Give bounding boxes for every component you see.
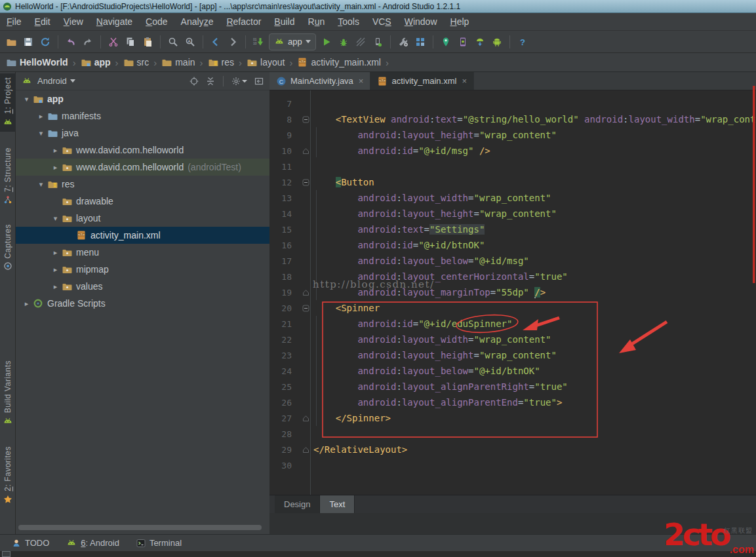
back-icon[interactable]	[207, 33, 224, 50]
locate-file-icon[interactable]	[189, 77, 199, 86]
tree-item-www-david-com-helloworld[interactable]: ▸www.david.com.helloworld	[16, 142, 269, 159]
tree-item-app[interactable]: ▾app	[16, 90, 269, 107]
fold-start-icon[interactable]	[298, 116, 313, 123]
menu-tools[interactable]: Tools	[331, 16, 366, 27]
redo-icon[interactable]	[79, 33, 96, 50]
breadcrumb-helloworld[interactable]: HelloWorld	[4, 57, 70, 67]
tree-item-values[interactable]: ▸values	[16, 278, 269, 295]
tree-item-res[interactable]: ▾res	[16, 176, 269, 193]
code-line[interactable]: 7	[269, 96, 756, 111]
tree-item-mipmap[interactable]: ▸mipmap	[16, 261, 269, 278]
code-editor[interactable]: 78 <TextView android:text="@string/hello…	[269, 90, 756, 495]
device-pin-icon[interactable]	[437, 33, 454, 50]
find-icon[interactable]	[165, 33, 182, 50]
code-line[interactable]: 21 android:id="@+id/eduSpinner"	[269, 316, 756, 332]
fold-start-icon[interactable]	[298, 179, 313, 186]
avd-manager-icon[interactable]	[488, 33, 506, 50]
code-line[interactable]: 16 android:id="@+id/btnOK"	[269, 237, 756, 253]
tree-right-arrow-icon[interactable]: ▸	[50, 282, 61, 291]
undo-icon[interactable]	[62, 33, 79, 50]
breadcrumb-src[interactable]: src	[121, 57, 151, 67]
editor-tab-mainactivity-java[interactable]: CMainActivity.java×	[269, 72, 370, 90]
code-line[interactable]: 15 android:text="Settings"	[269, 221, 756, 237]
tree-right-arrow-icon[interactable]: ▸	[50, 248, 61, 257]
fold-end-icon[interactable]	[298, 147, 313, 155]
close-icon[interactable]: ×	[359, 76, 364, 86]
toolwindow-button-terminal[interactable]: Terminal	[136, 538, 182, 548]
sdk-manager-icon[interactable]	[471, 33, 488, 50]
toolwindow-button-6-android[interactable]: 6: Android	[66, 538, 119, 548]
compile-icon[interactable]: 0110	[250, 33, 267, 50]
menu-view[interactable]: View	[57, 16, 90, 27]
tree-right-arrow-icon[interactable]: ▸	[50, 163, 61, 172]
code-line[interactable]: 22 android:layout_width="wrap_content"	[269, 332, 756, 347]
code-line[interactable]: 19 android:layout_marginTop="55dp" />	[269, 284, 756, 300]
tree-item-drawable[interactable]: drawable	[16, 193, 269, 210]
tool-button-1-project[interactable]: 1: Project	[0, 73, 16, 132]
tree-right-arrow-icon[interactable]: ▸	[21, 299, 32, 308]
tree-item-layout[interactable]: ▾layout	[16, 210, 269, 227]
cut-icon[interactable]	[105, 33, 122, 50]
menu-refactor[interactable]: Refactor	[220, 16, 268, 27]
gear-icon[interactable]	[231, 77, 247, 86]
sync-gradle-icon[interactable]	[395, 33, 412, 50]
menu-run[interactable]: Run	[302, 16, 332, 27]
fold-start-icon[interactable]	[298, 305, 313, 312]
menu-help[interactable]: Help	[444, 16, 476, 27]
tree-item-www-david-com-helloworld[interactable]: ▸www.david.com.helloworld(androidTest)	[16, 159, 269, 176]
code-line[interactable]: 13 android:layout_width="wrap_content"	[269, 190, 756, 206]
collapse-all-icon[interactable]	[206, 77, 215, 86]
run-icon[interactable]	[318, 33, 335, 50]
tool-button-build-variants[interactable]: Build Variants	[0, 356, 16, 431]
menu-analyze[interactable]: Analyze	[174, 16, 220, 27]
coverage-icon[interactable]	[352, 33, 369, 50]
code-line[interactable]: 26 android:layout_alignParentEnd="true">	[269, 394, 756, 410]
breadcrumb-res[interactable]: res	[206, 57, 236, 67]
menu-edit[interactable]: Edit	[28, 16, 57, 27]
menu-navigate[interactable]: Navigate	[90, 16, 139, 27]
copy-icon[interactable]	[122, 33, 139, 50]
tab-text[interactable]: Text	[320, 495, 355, 513]
tool-button-7-structure[interactable]: 7: Structure	[0, 144, 16, 208]
code-line[interactable]: 9 android:layout_height="wrap_content"	[269, 127, 756, 143]
device-monitor-icon[interactable]	[454, 33, 471, 50]
breadcrumb-layout[interactable]: layout	[245, 57, 287, 67]
menu-build[interactable]: Build	[268, 16, 301, 27]
tree-right-arrow-icon[interactable]: ▸	[50, 265, 61, 274]
tree-item-menu[interactable]: ▸menu	[16, 244, 269, 261]
replace-icon[interactable]: A	[182, 33, 199, 50]
menu-vcs[interactable]: VCS	[366, 16, 398, 27]
editor-tab-activity-main-xml[interactable]: <?>activity_main.xml×	[370, 72, 474, 90]
close-icon[interactable]: ×	[462, 76, 467, 86]
code-line[interactable]: 17 android:layout_below="@+id/msg"	[269, 253, 756, 269]
project-structure-icon[interactable]	[412, 33, 429, 50]
tree-item-gradle-scripts[interactable]: ▸Gradle Scripts	[16, 295, 269, 312]
tree-down-arrow-icon[interactable]: ▾	[50, 214, 61, 223]
code-line[interactable]: 11	[269, 159, 756, 174]
code-line[interactable]: 30	[269, 457, 756, 473]
tree-right-arrow-icon[interactable]: ▸	[35, 112, 47, 121]
open-icon[interactable]	[3, 33, 20, 50]
code-line[interactable]: 24 android:layout_below="@+id/btnOK"	[269, 363, 756, 379]
code-line[interactable]: 10 android:id="@+id/msg" />	[269, 143, 756, 159]
code-line[interactable]: 25 android:layout_alignParentRight="true…	[269, 379, 756, 394]
code-line[interactable]: 23 android:layout_height="wrap_content"	[269, 347, 756, 363]
toolwindow-button-todo[interactable]: TODO	[12, 538, 49, 548]
tree-item-manifests[interactable]: ▸manifests	[16, 107, 269, 125]
forward-icon[interactable]	[224, 33, 241, 50]
code-line[interactable]: 27 </Spinner>	[269, 410, 756, 426]
tool-button-captures[interactable]: Captures	[0, 220, 16, 275]
code-line[interactable]: 12 <Button	[269, 174, 756, 190]
hide-panel-icon[interactable]	[254, 77, 264, 86]
run-config-selector[interactable]: app	[269, 33, 316, 50]
tree-item-activity-main-xml[interactable]: <?>activity_main.xml	[16, 227, 269, 244]
tab-design[interactable]: Design	[275, 495, 320, 513]
tree-down-arrow-icon[interactable]: ▾	[35, 129, 47, 138]
tree-down-arrow-icon[interactable]: ▾	[21, 95, 32, 104]
menu-file[interactable]: File	[0, 16, 28, 27]
fold-end-icon[interactable]	[298, 415, 313, 422]
help-icon[interactable]: ?	[514, 33, 531, 50]
attach-icon[interactable]	[369, 33, 386, 50]
menu-code[interactable]: Code	[139, 16, 174, 27]
code-line[interactable]: 14 android:layout_height="wrap_content"	[269, 206, 756, 221]
